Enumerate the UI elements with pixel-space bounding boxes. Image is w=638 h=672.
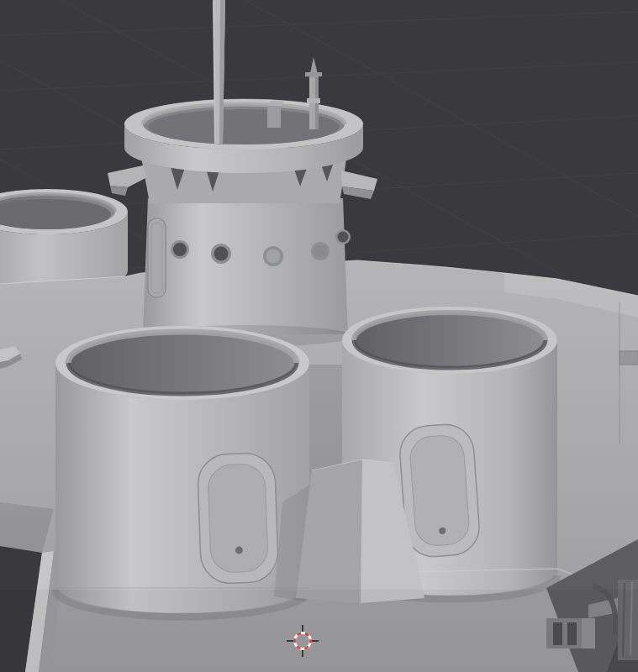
porthole — [173, 243, 187, 256]
door-panel — [208, 464, 268, 573]
porthole — [266, 249, 281, 264]
3d-viewport[interactable] — [0, 0, 638, 672]
viewport-canvas[interactable] — [0, 0, 638, 672]
funnel-door — [197, 452, 278, 584]
porthole — [314, 244, 327, 258]
deck-notch-right — [620, 351, 638, 365]
staff-crossbar — [305, 72, 322, 76]
tower-hatch — [148, 218, 166, 297]
foredeck-face-shade — [0, 590, 638, 672]
porthole — [214, 247, 229, 261]
rim-plate-face — [267, 106, 281, 128]
staff-collar — [307, 98, 320, 103]
porthole — [338, 232, 349, 243]
tower-body — [143, 198, 348, 334]
tower-hatch-frame — [148, 218, 166, 297]
port-funnel — [55, 326, 309, 617]
